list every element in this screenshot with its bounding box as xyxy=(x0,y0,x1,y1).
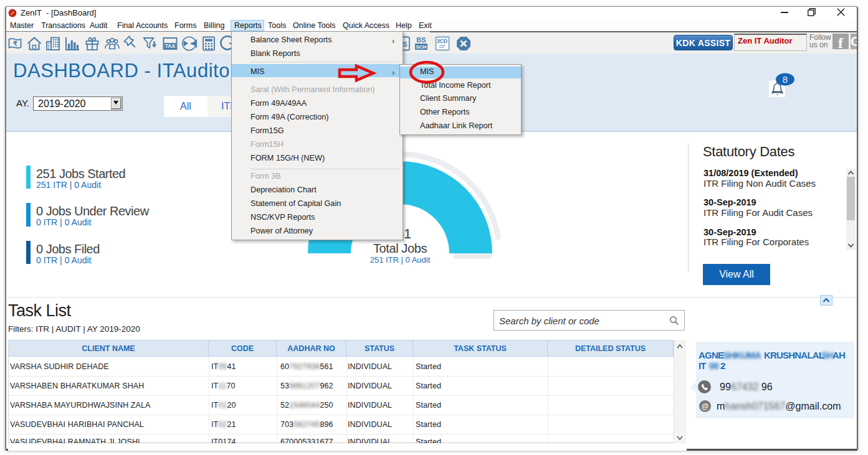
svg-text:@: @ xyxy=(701,402,708,411)
svg-text:BS: BS xyxy=(416,36,426,44)
svg-text:8: 8 xyxy=(783,74,788,85)
svg-text:3CD: 3CD xyxy=(437,38,447,44)
svg-text:SCH: SCH xyxy=(416,44,427,50)
svg-text:TAX: TAX xyxy=(165,43,176,49)
svg-text:₹: ₹ xyxy=(13,40,17,47)
